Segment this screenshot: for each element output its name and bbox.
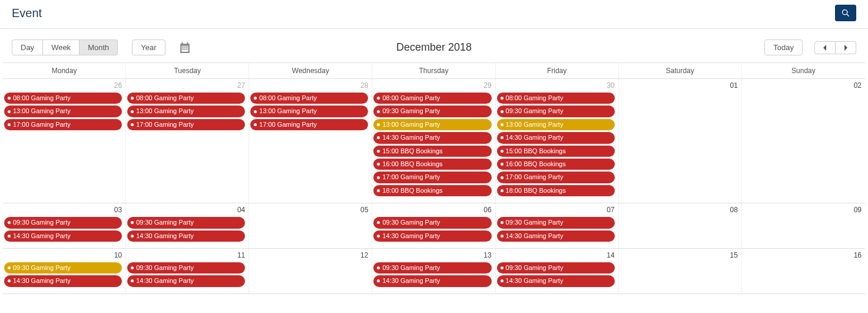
calendar-event[interactable]: 08:00 Gaming Party xyxy=(127,93,245,104)
event-label: 17:00 Gaming Party xyxy=(382,173,440,182)
calendar-event[interactable]: 08:00 Gaming Party xyxy=(4,93,122,104)
event-label: 09:30 Gaming Party xyxy=(13,263,71,272)
calendar-event[interactable]: 17:00 Gaming Party xyxy=(4,119,122,130)
calendar-event[interactable]: 14:30 Gaming Party xyxy=(373,230,491,242)
calendar-event[interactable]: 13:00 Gaming Party xyxy=(373,119,491,130)
event-dot-icon xyxy=(377,110,380,113)
event-label: 13:00 Gaming Party xyxy=(13,107,71,116)
calendar-event[interactable]: 13:00 Gaming Party xyxy=(250,106,368,117)
calendar-event[interactable]: 14:30 Gaming Party xyxy=(4,275,122,286)
event-dot-icon xyxy=(377,176,380,179)
event-label: 15:00 BBQ Bookings xyxy=(382,147,442,156)
calendar-day[interactable]: 3008:00 Gaming Party09:30 Gaming Party13… xyxy=(496,79,619,203)
weekday-header: Tuesday xyxy=(126,63,249,79)
calendar-event[interactable]: 09:30 Gaming Party xyxy=(127,262,245,274)
calendar-event[interactable]: 17:00 Gaming Party xyxy=(250,119,368,130)
calendar-event[interactable]: 09:30 Gaming Party xyxy=(4,262,122,274)
event-dot-icon xyxy=(8,123,11,126)
calendar-event[interactable]: 09:30 Gaming Party xyxy=(127,217,245,228)
calendar-day[interactable]: 2708:00 Gaming Party13:00 Gaming Party17… xyxy=(126,79,249,203)
calendar-week: 1009:30 Gaming Party14:30 Gaming Party11… xyxy=(3,249,865,294)
day-number: 27 xyxy=(126,80,249,92)
calendar-day[interactable]: 15 xyxy=(619,249,742,294)
calendar-event[interactable]: 13:00 Gaming Party xyxy=(4,106,122,117)
calendar-day[interactable]: 2608:00 Gaming Party13:00 Gaming Party17… xyxy=(3,79,126,203)
calendar-day[interactable]: 09 xyxy=(742,203,865,248)
weekday-header: Sunday xyxy=(742,63,865,79)
event-dot-icon xyxy=(377,189,380,192)
calendar-day[interactable]: 1109:30 Gaming Party14:30 Gaming Party xyxy=(126,249,249,294)
calendar-event[interactable]: 17:00 Gaming Party xyxy=(497,172,615,183)
calendar-event[interactable]: 09:30 Gaming Party xyxy=(373,217,491,228)
today-button[interactable]: Today xyxy=(764,39,803,55)
event-label: 09:30 Gaming Party xyxy=(506,263,564,272)
chevron-right-icon xyxy=(843,45,849,51)
calendar-event[interactable]: 14:30 Gaming Party xyxy=(497,132,615,143)
calendar-day[interactable]: 1009:30 Gaming Party14:30 Gaming Party xyxy=(3,249,126,294)
calendar-event[interactable]: 14:30 Gaming Party xyxy=(497,275,615,286)
calendar-event[interactable]: 09:30 Gaming Party xyxy=(373,262,491,274)
prev-button[interactable] xyxy=(814,41,836,54)
calendar-event[interactable]: 09:30 Gaming Party xyxy=(373,106,491,117)
event-dot-icon xyxy=(501,176,503,179)
calendar-day[interactable]: 05 xyxy=(249,203,372,248)
datepicker-button[interactable] xyxy=(180,42,190,53)
event-label: 14:30 Gaming Party xyxy=(136,276,194,285)
calendar-event[interactable]: 08:00 Gaming Party xyxy=(373,93,491,104)
event-dot-icon xyxy=(377,123,380,126)
calendar-day[interactable]: 12 xyxy=(249,249,372,294)
calendar-event[interactable]: 14:30 Gaming Party xyxy=(127,230,245,242)
calendar-event[interactable]: 17:00 Gaming Party xyxy=(127,119,245,130)
calendar-event[interactable]: 13:00 Gaming Party xyxy=(127,106,245,117)
calendar-event[interactable]: 16:00 BBQ Bookings xyxy=(373,159,491,170)
calendar-event[interactable]: 09:30 Gaming Party xyxy=(497,217,615,228)
event-dot-icon xyxy=(377,163,380,166)
calendar-event[interactable]: 09:30 Gaming Party xyxy=(497,262,615,274)
search-button[interactable] xyxy=(835,5,856,21)
calendar-day[interactable]: 0609:30 Gaming Party14:30 Gaming Party xyxy=(372,203,495,248)
calendar-event[interactable]: 09:30 Gaming Party xyxy=(497,106,615,117)
calendar-event[interactable]: 15:00 BBQ Bookings xyxy=(497,146,615,157)
calendar-event[interactable]: 14:30 Gaming Party xyxy=(497,230,615,242)
event-label: 14:30 Gaming Party xyxy=(506,133,564,142)
calendar-day[interactable]: 1409:30 Gaming Party14:30 Gaming Party xyxy=(496,249,619,294)
event-dot-icon xyxy=(377,221,380,224)
view-month-button[interactable]: Month xyxy=(79,39,118,55)
calendar-day[interactable]: 0409:30 Gaming Party14:30 Gaming Party xyxy=(126,203,249,248)
event-dot-icon xyxy=(131,123,134,126)
calendar-event[interactable]: 08:00 Gaming Party xyxy=(250,93,368,104)
calendar-day[interactable]: 02 xyxy=(742,79,865,203)
calendar-event[interactable]: 15:00 BBQ Bookings xyxy=(373,146,491,157)
calendar-grid: MondayTuesdayWednesdayThursdayFridaySatu… xyxy=(3,62,865,294)
event-dot-icon xyxy=(377,279,380,282)
event-label: 08:00 Gaming Party xyxy=(382,94,440,103)
event-dot-icon xyxy=(377,150,380,153)
event-dot-icon xyxy=(8,110,11,113)
calendar-event[interactable]: 09:30 Gaming Party xyxy=(4,217,122,228)
calendar-day[interactable]: 16 xyxy=(742,249,865,294)
calendar-day[interactable]: 0709:30 Gaming Party14:30 Gaming Party xyxy=(496,203,619,248)
calendar-day[interactable]: 1309:30 Gaming Party14:30 Gaming Party xyxy=(372,249,495,294)
calendar-event[interactable]: 13:00 Gaming Party xyxy=(497,119,615,130)
calendar-event[interactable]: 14:30 Gaming Party xyxy=(127,275,245,286)
calendar-day[interactable]: 2908:00 Gaming Party09:30 Gaming Party13… xyxy=(372,79,495,203)
event-label: 13:00 Gaming Party xyxy=(382,120,440,129)
view-week-button[interactable]: Week xyxy=(43,39,79,55)
calendar-event[interactable]: 14:30 Gaming Party xyxy=(373,132,491,143)
day-number: 12 xyxy=(249,250,372,262)
calendar-event[interactable]: 14:30 Gaming Party xyxy=(4,230,122,242)
calendar-event[interactable]: 16:00 BBQ Bookings xyxy=(497,159,615,170)
calendar-event[interactable]: 17:00 Gaming Party xyxy=(373,172,491,183)
calendar-day[interactable]: 0309:30 Gaming Party14:30 Gaming Party xyxy=(3,203,126,248)
event-label: 08:00 Gaming Party xyxy=(259,94,317,103)
view-day-button[interactable]: Day xyxy=(12,39,43,55)
calendar-event[interactable]: 14:30 Gaming Party xyxy=(373,275,491,286)
calendar-day[interactable]: 01 xyxy=(619,79,742,203)
calendar-day[interactable]: 2808:00 Gaming Party13:00 Gaming Party17… xyxy=(249,79,372,203)
calendar-event[interactable]: 18:00 BBQ Bookings xyxy=(373,185,491,196)
next-button[interactable] xyxy=(836,41,856,54)
calendar-event[interactable]: 08:00 Gaming Party xyxy=(497,93,615,104)
view-year-button[interactable]: Year xyxy=(132,39,165,55)
calendar-event[interactable]: 18:00 BBQ Bookings xyxy=(497,185,615,196)
calendar-day[interactable]: 08 xyxy=(619,203,742,248)
